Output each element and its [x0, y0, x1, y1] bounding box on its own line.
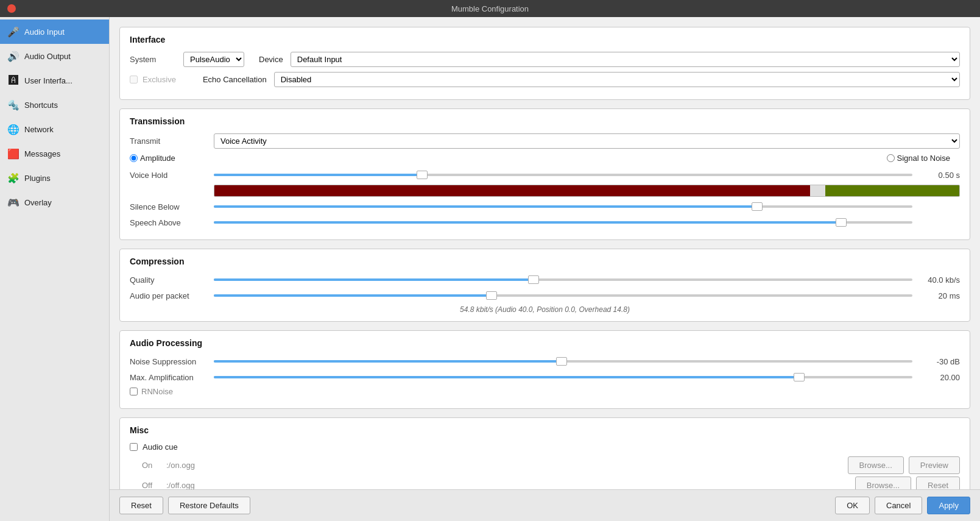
speech-above-label: Speech Above	[130, 218, 209, 227]
misc-title: Misc	[130, 425, 960, 435]
bottom-bar: Reset Restore Defaults OK Cancel Apply	[110, 489, 980, 521]
compression-title: Compression	[130, 257, 960, 266]
on-label: On	[142, 461, 161, 470]
off-label: Off	[142, 481, 161, 489]
reset-audio-button[interactable]: Reset	[916, 477, 960, 489]
quality-label: Quality	[130, 275, 209, 285]
off-file: :/off.ogg	[166, 481, 850, 489]
title-bar: Mumble Configuration	[0, 0, 980, 17]
sidebar-item-label: Plugins	[24, 174, 51, 183]
noise-suppression-row: Noise Suppression -30 dB	[130, 355, 960, 367]
audio-per-packet-slider[interactable]	[214, 289, 912, 302]
device-select[interactable]: Default Input	[291, 52, 960, 67]
exclusive-row: Exclusive Echo Cancellation Disabled	[130, 72, 960, 87]
max-amplification-row: Max. Amplification 20.00	[130, 371, 960, 383]
system-label: System	[130, 55, 178, 64]
browse-off-button[interactable]: Browse...	[855, 477, 911, 489]
audio-cue-checkbox[interactable]	[130, 443, 138, 451]
rnnoise-row: RNNoise	[130, 387, 960, 396]
sidebar: 🎤 Audio Input 🔊 Audio Output 🅰 User Inte…	[0, 17, 110, 521]
sidebar-item-network[interactable]: 🌐 Network	[0, 117, 109, 141]
noise-suppression-label: Noise Suppression	[130, 357, 209, 366]
speech-above-row: Speech Above	[130, 216, 960, 229]
apply-button[interactable]: Apply	[927, 497, 970, 514]
overlay-icon: 🎮	[7, 196, 19, 208]
interface-section: Interface System PulseAudio Device Defau…	[119, 27, 970, 100]
system-select[interactable]: PulseAudio	[183, 52, 244, 67]
device-label: Device	[259, 55, 283, 64]
main-content: Interface System PulseAudio Device Defau…	[110, 17, 980, 489]
interface-title: Interface	[130, 35, 960, 44]
voice-hold-slider[interactable]	[214, 169, 912, 181]
amplitude-label: Amplitude	[140, 154, 175, 163]
signal-to-noise-label: Signal to Noise	[897, 154, 950, 163]
audio-input-icon: 🎤	[7, 26, 19, 38]
audio-output-icon: 🔊	[7, 50, 19, 62]
sidebar-item-label: Messages	[24, 149, 60, 158]
audio-cue-label: Audio cue	[143, 442, 178, 452]
amplitude-radio[interactable]: Amplitude	[130, 154, 175, 163]
sidebar-item-label: Network	[24, 125, 54, 134]
window-title: Mumble Configuration	[451, 4, 529, 13]
bottom-left-buttons: Reset Restore Defaults	[119, 497, 250, 514]
audio-cue-row: Audio cue	[130, 442, 960, 452]
noise-suppression-value: -30 dB	[917, 357, 960, 366]
user-interface-icon: 🅰	[7, 74, 19, 87]
exclusive-label: Exclusive	[143, 75, 176, 84]
audio-per-packet-label: Audio per packet	[130, 291, 209, 300]
echo-cancellation-label: Echo Cancellation	[203, 75, 267, 84]
transmission-title: Transmission	[130, 116, 960, 126]
voice-activity-meter	[214, 185, 960, 197]
transmit-row: Transmit Voice Activity	[130, 133, 960, 149]
max-amplification-value: 20.00	[917, 373, 960, 382]
voice-hold-value: 0.50 s	[917, 171, 960, 180]
transmission-section: Transmission Transmit Voice Activity Amp…	[119, 108, 970, 240]
preview-button[interactable]: Preview	[909, 456, 960, 474]
restore-defaults-button[interactable]: Restore Defaults	[168, 497, 250, 514]
sidebar-item-messages[interactable]: 🟥 Messages	[0, 141, 109, 166]
sidebar-item-user-interface[interactable]: 🅰 User Interfa...	[0, 68, 109, 93]
silence-below-row: Silence Below	[130, 200, 960, 213]
sidebar-item-plugins[interactable]: 🧩 Plugins	[0, 166, 109, 190]
sidebar-item-audio-input[interactable]: 🎤 Audio Input	[0, 19, 109, 44]
cancel-button[interactable]: Cancel	[875, 497, 922, 514]
ok-button[interactable]: OK	[835, 497, 870, 514]
sidebar-item-label: Shortcuts	[24, 101, 58, 110]
sidebar-item-label: Audio Output	[24, 52, 71, 61]
browse-on-button[interactable]: Browse...	[848, 456, 904, 474]
close-button[interactable]	[7, 4, 16, 13]
audio-cue-on-row: On :/on.ogg Browse... Preview	[142, 456, 960, 474]
signal-to-noise-radio-input[interactable]	[887, 154, 895, 162]
rnnoise-label: RNNoise	[141, 387, 173, 396]
signal-to-noise-radio[interactable]: Signal to Noise	[887, 154, 950, 163]
transmit-select[interactable]: Voice Activity	[214, 133, 960, 149]
max-amplification-slider[interactable]	[214, 371, 912, 383]
silence-below-label: Silence Below	[130, 202, 209, 211]
audio-per-packet-row: Audio per packet 20 ms	[130, 289, 960, 302]
messages-icon: 🟥	[7, 147, 19, 160]
exclusive-checkbox[interactable]	[130, 76, 138, 83]
quality-slider[interactable]	[214, 274, 912, 286]
sidebar-item-audio-output[interactable]: 🔊 Audio Output	[0, 44, 109, 68]
audio-per-packet-value: 20 ms	[917, 291, 960, 300]
silence-below-slider[interactable]	[214, 200, 912, 213]
noise-suppression-slider[interactable]	[214, 355, 912, 367]
amplitude-radio-input[interactable]	[130, 154, 138, 162]
transmit-label: Transmit	[130, 136, 209, 146]
compression-section: Compression Quality 40.0 kb/s Audio per …	[119, 249, 970, 322]
audio-processing-title: Audio Processing	[130, 338, 960, 348]
quality-value: 40.0 kb/s	[917, 275, 960, 285]
shortcuts-icon: 🔩	[7, 99, 19, 111]
bottom-right-buttons: OK Cancel Apply	[835, 497, 970, 514]
sidebar-item-shortcuts[interactable]: 🔩 Shortcuts	[0, 93, 109, 117]
quality-row: Quality 40.0 kb/s	[130, 274, 960, 286]
voice-hold-label: Voice Hold	[130, 171, 209, 180]
voice-hold-row: Voice Hold 0.50 s	[130, 169, 960, 181]
rnnoise-checkbox[interactable]	[130, 388, 138, 395]
sidebar-item-overlay[interactable]: 🎮 Overlay	[0, 190, 109, 214]
on-file: :/on.ogg	[166, 461, 843, 470]
echo-cancellation-select[interactable]: Disabled	[274, 72, 960, 87]
misc-section: Misc Audio cue On :/on.ogg Browse... Pre…	[119, 417, 970, 489]
reset-button[interactable]: Reset	[119, 497, 163, 514]
speech-above-slider[interactable]	[214, 216, 912, 229]
